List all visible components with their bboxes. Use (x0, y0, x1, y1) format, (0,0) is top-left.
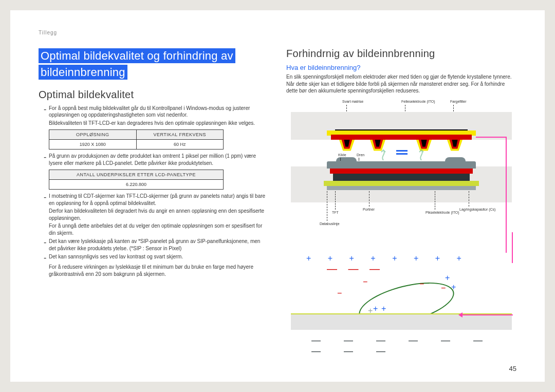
label-pikselelektrode: Pikselelektrode (ITO) (425, 211, 459, 214)
right-subheading: Hva er bildeinnbrenning? (286, 64, 516, 71)
bullet-5: - Det kan sannsynligvis ses ved lav kont… (44, 253, 269, 263)
label-databuslinje: Databuslinje (320, 222, 340, 226)
bullet-2: - På grunn av produksjonen av dette prod… (44, 153, 269, 166)
td-vfreq: 60 Hz (136, 140, 224, 150)
lcd-cross-section-diagram: Svart matrise Felleselektrode (ITO) Farg… (291, 100, 512, 249)
bullet-3-sub1: Derfor kan bildekvaliteten bli degradert… (49, 208, 269, 221)
plus-row-icon: + + + + + + + + (306, 254, 469, 263)
page-title: Optimal bildekvalitet og forhindring av … (39, 48, 235, 80)
label-kilde: Kilde (338, 153, 346, 157)
header-label: Tillegg (39, 30, 516, 35)
bullet-3: - I motsetning til CDT-skjermer kan TFT-… (44, 193, 269, 207)
label-portner: Portner (363, 208, 375, 211)
label-dren: Dren (357, 153, 364, 157)
blue-bars-icon (396, 150, 408, 156)
right-paragraph: En slik spenningsforskjell mellom elektr… (286, 73, 516, 95)
right-section-heading: Forhindrnig av bildeinnbrenning (286, 48, 516, 60)
subpixel-table: ANTALL UNDERPIKSLER ETTER LCD-PANELTYPE … (49, 170, 224, 190)
bottom-minus-row-icon: — — — — — — — — — (311, 335, 512, 357)
label-tft: TFT (332, 211, 339, 214)
bullet-1: - For å oppnå best mulig bildekvalitet g… (44, 105, 269, 119)
td-subpixel: 6.220.800 (49, 180, 224, 190)
diagram-wrap: Svart matrise Felleselektrode (ITO) Farg… (286, 100, 516, 356)
bullet-5-sub: For å redusere virkningen av lyslekkasje… (49, 264, 269, 277)
vapor-arrow-icon (416, 149, 427, 160)
charge-schematic-diagram: + + + + + + + + — — — − − + + + − + − + … (291, 253, 512, 356)
bullet-1-sub: Bildekvaliteten til TFT-LCD-er kan degra… (49, 120, 269, 127)
label-lagringskapasitor: Lagringskapasitor (Cs) (459, 208, 495, 211)
columns: Optimal bildekvalitet og forhindring av … (39, 48, 516, 356)
label-svart-matrise: Svart matrise (342, 100, 363, 103)
bullet-3-sub2: For å unngå dette anbefales det at du ve… (49, 222, 269, 236)
label-fargefilter: Fargefilter (450, 100, 467, 103)
page-number: 45 (509, 365, 516, 372)
bullet-4: - Det kan være lyslekkasje på kanten av … (44, 238, 269, 252)
manual-page: Tillegg Optimal bildekvalitet og forhind… (10, 10, 545, 382)
minus-row-icon: — — — (327, 263, 384, 275)
right-column: Forhindrnig av bildeinnbrenning Hva er b… (286, 48, 516, 356)
th-resolution: OPPLØSNING (49, 130, 137, 140)
th-subpixel: ANTALL UNDERPIKSLER ETTER LCD-PANELTYPE (49, 170, 224, 180)
td-resolution: 1920 X 1080 (49, 140, 137, 150)
vapor-arrow-icon (378, 149, 388, 160)
left-column: Optimal bildekvalitet og forhindring av … (39, 48, 269, 356)
left-section-heading: Optimal bildekvalitet (39, 89, 269, 101)
resolution-table: OPPLØSNING VERTIKAL FREKVENS 1920 X 1080… (49, 129, 224, 150)
label-felleselektrode: Felleselektrode (ITO) (401, 100, 435, 103)
th-vfreq: VERTIKAL FREKVENS (136, 130, 224, 140)
